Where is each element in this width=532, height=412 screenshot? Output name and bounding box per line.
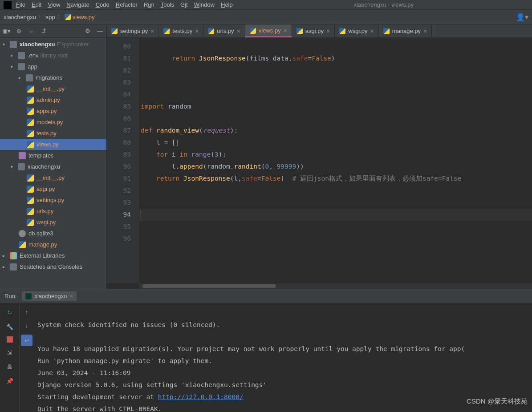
gear-icon[interactable]: ⚙	[84, 28, 91, 35]
pin-icon[interactable]: 📌	[5, 376, 14, 385]
python-icon	[27, 97, 34, 104]
crumb-app[interactable]: app	[45, 14, 55, 20]
layout-icon[interactable]: ⇲	[5, 348, 14, 357]
collapse-icon[interactable]: ⇵	[40, 28, 47, 35]
folder-icon	[18, 52, 25, 59]
user-icon[interactable]: 👤▾	[516, 13, 528, 21]
close-icon[interactable]: ×	[423, 28, 427, 35]
close-icon[interactable]: ×	[69, 293, 73, 299]
menu-git[interactable]: Git	[180, 1, 188, 8]
python-icon	[383, 28, 390, 34]
menu-refactor[interactable]: Refactor	[116, 1, 138, 8]
tree-app[interactable]: ▾app	[0, 61, 106, 72]
python-icon	[27, 85, 34, 93]
run-tools-right: ↑ ↓ ↩	[20, 303, 34, 412]
watermark: CSDN @景天科技苑	[467, 397, 528, 406]
menu-view[interactable]: View	[48, 1, 60, 8]
console-output[interactable]: System check identified no issues (0 sil…	[34, 303, 532, 412]
target-icon[interactable]: ⊕	[15, 28, 22, 35]
tree-db[interactable]: db.sqlite3	[0, 228, 106, 239]
close-icon[interactable]: ×	[284, 27, 287, 34]
python-icon	[163, 28, 170, 34]
scrollbar-thumb[interactable]	[142, 284, 276, 288]
tab-settings-py[interactable]: settings.py×	[107, 24, 159, 37]
project-view-icon[interactable]: ▣▾	[3, 28, 10, 35]
folder-icon	[18, 63, 25, 70]
crumb-root[interactable]: xiaochengxu	[4, 14, 36, 20]
editor-area: settings.py×tests.py×urls.py×views.py×as…	[107, 24, 532, 289]
folder-icon	[10, 263, 17, 271]
menu-file[interactable]: File	[16, 1, 25, 8]
tree-root[interactable]: ▾xiaochengxuF:\pythoniter	[0, 39, 106, 50]
tab-asgi-py[interactable]: asgi.py×	[292, 24, 335, 37]
menu-window[interactable]: Window	[194, 1, 215, 8]
chevron-right-icon: 〉	[38, 13, 44, 21]
close-icon[interactable]: ×	[150, 28, 154, 35]
tree-env[interactable]: ▸.envlibrary root	[0, 50, 106, 61]
code-editor[interactable]: 8081828384858687888990919293949596 retur…	[107, 38, 532, 283]
menu-edit[interactable]: Edit	[32, 1, 41, 8]
close-icon[interactable]: ×	[370, 28, 374, 35]
tree-file[interactable]: asgi.py	[0, 183, 106, 194]
stop-icon[interactable]	[7, 336, 13, 343]
tree-file[interactable]: wsgi.py	[0, 217, 106, 228]
python-icon	[27, 219, 34, 226]
tree-manage[interactable]: manage.py	[0, 239, 106, 250]
horizontal-scrollbar[interactable]	[139, 283, 532, 289]
close-icon[interactable]: ×	[237, 28, 240, 35]
soft-wrap-icon[interactable]: ↩	[21, 335, 32, 346]
tree-migrations[interactable]: ▸migrations	[0, 72, 106, 83]
tree-file[interactable]: tests.py	[0, 128, 106, 139]
run-label: Run:	[4, 293, 16, 299]
tree-pkg[interactable]: ▾xiaochengxu	[0, 161, 106, 172]
menu-navigate[interactable]: Navigate	[66, 1, 89, 8]
tab-manage-py[interactable]: manage.py×	[379, 24, 432, 37]
menu-tools[interactable]: Tools	[161, 1, 174, 8]
tree-file[interactable]: __init__.py	[0, 83, 106, 94]
python-icon	[250, 28, 256, 34]
python-icon	[111, 28, 118, 34]
line-gutter: 8081828384858687888990919293949596	[107, 38, 139, 283]
down-icon[interactable]: ↓	[23, 321, 31, 329]
expand-icon[interactable]: ≡	[28, 28, 35, 35]
close-icon[interactable]: ×	[195, 28, 199, 35]
tab-wsgi-py[interactable]: wsgi.py×	[335, 24, 379, 37]
tree-file[interactable]: settings.py	[0, 194, 106, 206]
tree-file[interactable]: models.py	[0, 117, 106, 128]
up-icon[interactable]: ↑	[23, 308, 31, 316]
wrench-icon[interactable]: 🔧	[5, 322, 14, 331]
menu-help[interactable]: Help	[221, 1, 233, 8]
menu-code[interactable]: Code	[96, 1, 110, 8]
sidebar-toolbar: ▣▾ ⊕ ≡ ⇵ ⚙ —	[0, 24, 106, 38]
editor-tabs: settings.py×tests.py×urls.py×views.py×as…	[107, 24, 532, 38]
run-header: Run: xiaochengxu ×	[0, 289, 532, 303]
python-icon	[65, 14, 71, 20]
tree-templates[interactable]: templates	[0, 150, 106, 161]
python-icon	[27, 130, 34, 137]
chevron-right-icon: 〉	[57, 13, 63, 21]
tree-file[interactable]: __init__.py	[0, 172, 106, 183]
close-icon[interactable]: ×	[326, 28, 330, 35]
tree-file[interactable]: urls.py	[0, 206, 106, 217]
tree-file[interactable]: admin.py	[0, 94, 106, 105]
window-title: xiaochengxu - views.py	[354, 1, 414, 8]
crumb-file[interactable]: views.py	[65, 14, 95, 20]
tree-file-views[interactable]: views.py	[0, 139, 106, 150]
folder-icon	[19, 152, 26, 159]
tree-file[interactable]: apps.py	[0, 105, 106, 117]
code-content[interactable]: return JsonResponse(films_data,safe=Fals…	[139, 38, 532, 283]
python-icon	[19, 241, 26, 248]
tree-scratch[interactable]: ▸Scratches and Consoles	[0, 261, 106, 272]
print-icon[interactable]: 🖶	[5, 362, 14, 371]
tree-ext-lib[interactable]: ▸External Libraries	[0, 250, 106, 261]
rerun-icon[interactable]: ↻	[5, 308, 14, 317]
menu-run[interactable]: Run	[144, 1, 154, 8]
tab-urls-py[interactable]: urls.py×	[203, 24, 245, 37]
python-icon	[208, 28, 214, 34]
hide-icon[interactable]: —	[97, 28, 104, 35]
tab-tests-py[interactable]: tests.py×	[159, 24, 203, 37]
project-tree[interactable]: ▾xiaochengxuF:\pythoniter ▸.envlibrary r…	[0, 38, 106, 289]
python-icon	[27, 197, 34, 204]
run-tab[interactable]: xiaochengxu ×	[22, 291, 77, 301]
tab-views-py[interactable]: views.py×	[245, 24, 292, 37]
